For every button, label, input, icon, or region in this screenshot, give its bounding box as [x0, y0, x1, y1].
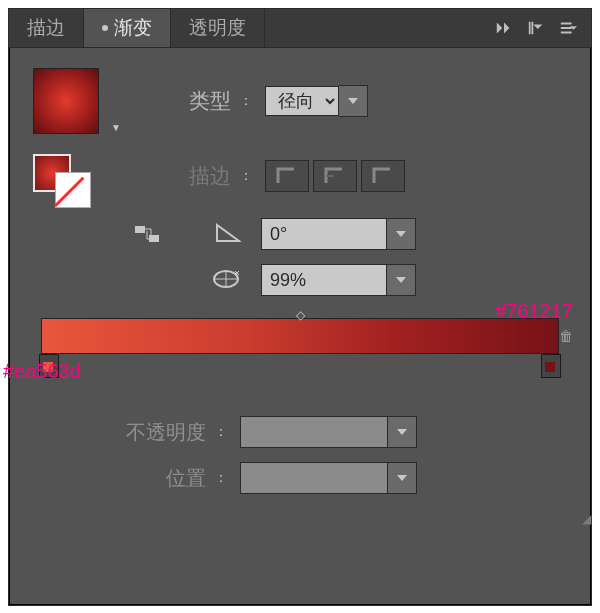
tab-gradient[interactable]: 渐变 [84, 9, 171, 47]
annotation-right: #761217 [495, 300, 573, 323]
angle-row [33, 218, 567, 250]
panel-body: ▼ 类型 ： 径向 描边 ： [9, 48, 591, 528]
stroke-swatch[interactable] [55, 172, 91, 208]
bottom-fields: 不透明度 ： 位置 ： [33, 416, 567, 494]
position-dropdown[interactable] [388, 462, 417, 494]
trash-icon[interactable]: 🗑 [559, 328, 573, 344]
annotation-left: #ea563d [3, 360, 81, 383]
resize-grip-icon[interactable]: ◢ [582, 512, 589, 526]
fill-stroke-swatches[interactable] [33, 154, 97, 204]
type-label: 类型 [163, 87, 231, 115]
tab-active-dot [102, 25, 108, 31]
color-stop-right[interactable] [541, 354, 561, 378]
position-input[interactable] [240, 462, 388, 494]
colon: ： [214, 423, 228, 441]
stroke-mode-3[interactable] [361, 160, 405, 192]
swap-icon[interactable] [135, 224, 163, 244]
gradient-slider[interactable]: ◇ 🗑 #761217 #ea563d [33, 318, 567, 354]
opacity-input[interactable] [240, 416, 388, 448]
opacity-dropdown[interactable] [388, 416, 417, 448]
fast-forward-icon[interactable] [495, 19, 513, 37]
chevron-down-icon [348, 98, 358, 104]
colon: ： [239, 92, 253, 110]
tab-transparency[interactable]: 透明度 [171, 9, 265, 47]
angle-icon [215, 223, 241, 243]
gradient-bar[interactable] [41, 318, 559, 354]
ratio-input[interactable] [261, 264, 387, 296]
opacity-label: 不透明度 [96, 419, 206, 446]
tab-stroke[interactable]: 描边 [9, 9, 84, 47]
stop-right-swatch [545, 362, 555, 372]
midpoint-icon[interactable]: ◇ [296, 308, 305, 322]
opacity-row: 不透明度 ： [33, 416, 567, 448]
type-row: ▼ 类型 ： 径向 [33, 68, 567, 134]
gradient-panel: 描边 渐变 透明度 ▼ 类型 ： 径向 [8, 8, 592, 606]
angle-input[interactable] [261, 218, 387, 250]
tab-bar: 描边 渐变 透明度 [9, 9, 591, 48]
panel-tools [495, 19, 591, 37]
menu-icon[interactable] [559, 19, 577, 37]
position-row: 位置 ： [33, 462, 567, 494]
colon: ： [239, 167, 253, 185]
dock-icon[interactable] [527, 19, 545, 37]
ratio-row [33, 264, 567, 296]
chevron-down-icon [397, 429, 407, 435]
stroke-mode-1[interactable] [265, 160, 309, 192]
chevron-down-icon [396, 231, 406, 237]
chevron-down-icon [397, 475, 407, 481]
type-select[interactable]: 径向 [265, 86, 339, 116]
tab-gradient-label: 渐变 [114, 15, 152, 41]
stroke-mode-2[interactable] [313, 160, 357, 192]
stroke-row: 描边 ： [33, 148, 567, 204]
swatch-dropdown-icon[interactable]: ▼ [111, 122, 121, 133]
position-label: 位置 [96, 465, 206, 492]
colon: ： [214, 469, 228, 487]
ratio-dropdown[interactable] [387, 264, 416, 296]
svg-rect-0 [135, 226, 145, 233]
gradient-swatch[interactable] [33, 68, 99, 134]
chevron-down-icon [396, 277, 406, 283]
angle-dropdown[interactable] [387, 218, 416, 250]
aspect-ratio-icon [211, 268, 241, 290]
type-dropdown-button[interactable] [339, 85, 368, 117]
stroke-label: 描边 [163, 162, 231, 190]
